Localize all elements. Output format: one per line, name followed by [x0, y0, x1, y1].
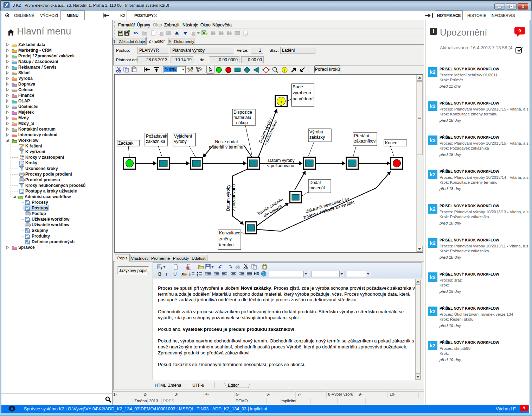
- svg-text:vyrobeno: vyrobeno: [293, 90, 311, 95]
- svg-text:i: i: [284, 68, 285, 72]
- svg-text:změny: změny: [219, 237, 232, 241]
- svg-text:34: 34: [21, 163, 24, 165]
- svg-text:zákazníkovi: zákazníkovi: [354, 139, 377, 144]
- svg-text:Výroba: Výroba: [309, 130, 323, 134]
- svg-text:materiál: materiál: [309, 185, 325, 190]
- svg-text:- nákup: - nákup: [233, 120, 248, 125]
- svg-text:< požadováno: < požadováno: [267, 163, 294, 168]
- svg-text:Vyjádření: Vyjádření: [174, 134, 192, 139]
- svg-text:34: 34: [21, 191, 24, 194]
- svg-text:34: 34: [27, 242, 29, 244]
- svg-text:Předání: Předání: [354, 133, 369, 138]
- svg-text:Termín změněndle kapacit: Termín změněndle kapacit: [256, 197, 287, 221]
- svg-text:1.: 1.: [189, 271, 191, 274]
- svg-text:materiál v termínu: materiál v termínu: [209, 145, 243, 150]
- svg-text:zakázky: zakázky: [309, 135, 325, 140]
- svg-text:Konzultace: Konzultace: [219, 231, 241, 235]
- svg-text:34: 34: [27, 208, 29, 210]
- svg-text:Dispozice: Dispozice: [233, 110, 252, 115]
- svg-text:34: 34: [27, 231, 29, 233]
- svg-text:34: 34: [27, 220, 29, 222]
- svg-text:Začátek: Začátek: [118, 141, 134, 146]
- svg-text:Bude: Bude: [293, 84, 303, 89]
- svg-text:zákazníka: zákazníka: [146, 139, 165, 144]
- svg-text:2.: 2.: [189, 274, 191, 276]
- svg-text:termínu: termínu: [219, 242, 233, 247]
- svg-text:9: 9: [523, 406, 525, 410]
- svg-text:34: 34: [27, 237, 29, 239]
- svg-text:Dodat: Dodat: [309, 180, 321, 185]
- svg-text:Požadavek: Požadavek: [146, 134, 167, 139]
- svg-text:9: 9: [519, 29, 521, 33]
- svg-text:výroby: výroby: [174, 139, 187, 144]
- svg-text:materiálu: materiálu: [233, 115, 251, 120]
- svg-text:i: i: [281, 99, 282, 104]
- svg-text:na vědomí: na vědomí: [293, 96, 314, 101]
- svg-text:Datum výroby: Datum výroby: [268, 158, 295, 163]
- svg-text:Konec: Konec: [385, 140, 397, 145]
- svg-text:Zákazník nesouhlasí sezměnou.: Zákazník nesouhlasí sezměnou. Nebude se …: [301, 195, 355, 220]
- svg-text:Nelze dodat: Nelze dodat: [215, 139, 238, 144]
- svg-text:Datum výroby> požadováno: Datum výroby> požadováno: [226, 184, 236, 211]
